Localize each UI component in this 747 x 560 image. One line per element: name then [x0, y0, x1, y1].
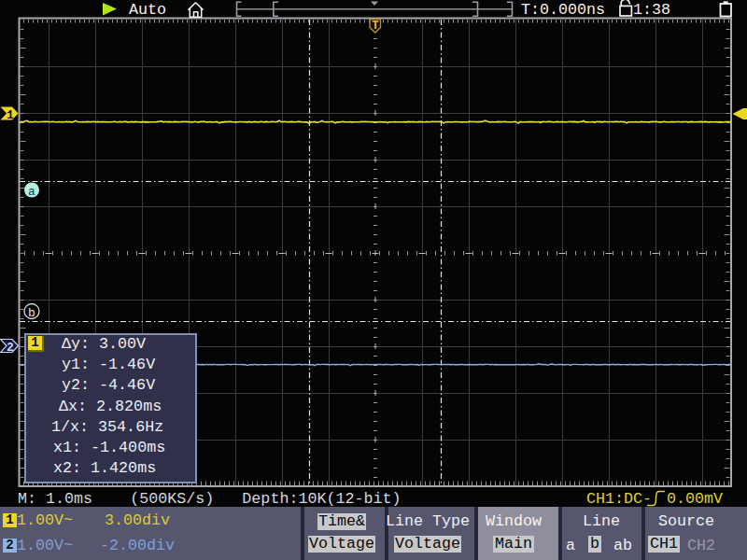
svg-text:1: 1: [7, 108, 14, 122]
svg-text:T: T: [372, 20, 379, 33]
svg-text:a: a: [28, 185, 35, 199]
svg-text:b: b: [28, 306, 35, 320]
svg-text:2: 2: [7, 341, 14, 355]
